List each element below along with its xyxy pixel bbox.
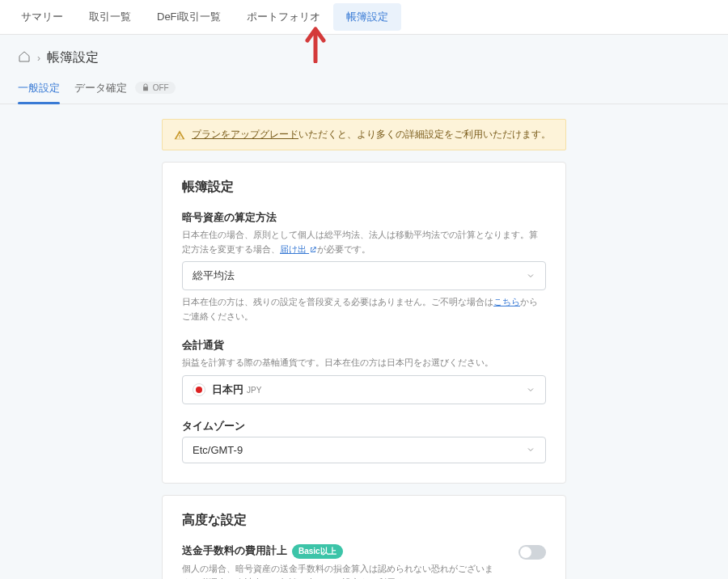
warning-icon — [174, 129, 185, 141]
contact-link[interactable]: こちら — [493, 297, 520, 306]
timezone-label: タイムゾーン — [182, 419, 546, 433]
subtabs: 一般設定 データ確定 OFF — [0, 74, 728, 104]
fee-field: 送金手数料の費用計上Basic以上 個人の場合、暗号資産の送金手数料の損金算入は… — [182, 543, 546, 579]
chevron-down-icon — [526, 271, 535, 281]
method-label: 暗号資産の算定方法 — [182, 210, 546, 225]
method-field: 暗号資産の算定方法 日本在住の場合、原則として個人は総平均法、法人は移動平均法で… — [182, 210, 546, 323]
chevron-down-icon — [526, 445, 535, 454]
content-area: プランをアップグレードいただくと、より多くの詳細設定をご利用いただけます。 帳簿… — [0, 104, 728, 579]
external-link-icon — [309, 246, 317, 254]
method-desc: 日本在住の場合、原則として個人は総平均法、法人は移動平均法での計算となります。算… — [182, 228, 546, 256]
timezone-field: タイムゾーン Etc/GMT-9 — [182, 419, 546, 463]
chevron-down-icon — [526, 385, 535, 395]
currency-desc: 損益を計算する際の基軸通貨です。日本在住の方は日本円をお選びください。 — [182, 356, 546, 370]
breadcrumb: › 帳簿設定 — [0, 35, 728, 74]
timezone-selected: Etc/GMT-9 — [193, 444, 243, 456]
method-help: 日本在住の方は、残りの設定を普段変える必要はありません。ご不明な場合はこちらから… — [182, 295, 546, 323]
nav-transactions[interactable]: 取引一覧 — [76, 0, 144, 34]
off-badge: OFF — [135, 82, 176, 94]
subtab-general[interactable]: 一般設定 — [18, 74, 60, 104]
top-nav: サマリー 取引一覧 DeFi取引一覧 ポートフォリオ 帳簿設定 — [0, 0, 728, 35]
home-icon[interactable] — [18, 50, 31, 66]
method-selected: 総平均法 — [193, 268, 235, 283]
fee-label: 送金手数料の費用計上Basic以上 — [182, 543, 509, 559]
currency-label: 会計通貨 — [182, 338, 546, 353]
method-select[interactable]: 総平均法 — [182, 261, 546, 290]
flag-jp-icon — [193, 383, 205, 396]
alert-text: いただくと、より多くの詳細設定をご利用いただけます。 — [298, 129, 551, 140]
fee-desc: 個人の場合、暗号資産の送金手数料の損金算入は認められない恐れがございます。税理士… — [182, 562, 509, 579]
currency-field: 会計通貨 損益を計算する際の基軸通貨です。日本在住の方は日本円をお選びください。… — [182, 338, 546, 404]
timezone-select[interactable]: Etc/GMT-9 — [182, 437, 546, 463]
upgrade-alert: プランをアップグレードいただくと、より多くの詳細設定をご利用いただけます。 — [162, 119, 566, 150]
ledger-settings-card: 帳簿設定 暗号資産の算定方法 日本在住の場合、原則として個人は総平均法、法人は移… — [162, 162, 566, 484]
nav-ledger-settings[interactable]: 帳簿設定 — [333, 3, 401, 31]
subtab-data-confirm[interactable]: データ確定 OFF — [74, 74, 176, 104]
nav-portfolio[interactable]: ポートフォリオ — [234, 0, 333, 34]
nav-summary[interactable]: サマリー — [8, 0, 76, 34]
card-title: 帳簿設定 — [182, 179, 546, 196]
upgrade-link[interactable]: プランをアップグレード — [192, 129, 298, 140]
fee-toggle[interactable] — [518, 545, 546, 560]
plan-badge: Basic以上 — [292, 544, 343, 559]
card-title: 高度な設定 — [182, 512, 546, 529]
advanced-settings-card: 高度な設定 送金手数料の費用計上Basic以上 個人の場合、暗号資産の送金手数料… — [162, 495, 566, 579]
currency-code: JPY — [247, 386, 261, 395]
filing-link[interactable]: 届け出 — [280, 244, 317, 254]
breadcrumb-current: 帳簿設定 — [47, 49, 99, 66]
subtab-label: データ確定 — [74, 82, 127, 94]
currency-select[interactable]: 日本円JPY — [182, 375, 546, 404]
lock-icon — [142, 83, 150, 91]
currency-name: 日本円 — [212, 383, 243, 395]
breadcrumb-separator: › — [37, 53, 40, 64]
nav-defi[interactable]: DeFi取引一覧 — [144, 0, 234, 34]
